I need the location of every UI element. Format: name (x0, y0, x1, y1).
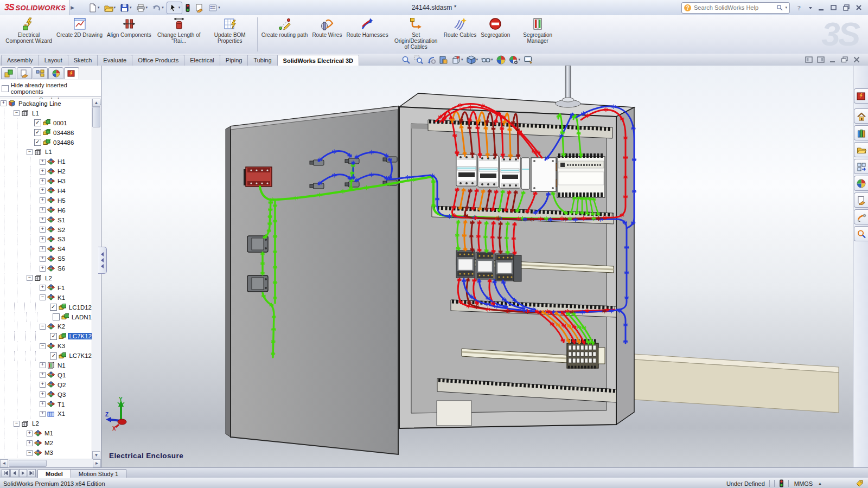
expand-icon[interactable]: + (40, 188, 46, 194)
split-right-icon[interactable] (817, 56, 825, 63)
collapse-icon[interactable]: − (27, 275, 33, 281)
collapse-icon[interactable]: − (14, 421, 20, 427)
tree-item-q2[interactable]: +Q2 (0, 380, 93, 390)
tree-item-h2[interactable]: +H2 (0, 166, 93, 176)
expand-icon[interactable]: + (40, 411, 46, 417)
tab-sketch[interactable]: Sketch (68, 55, 98, 66)
select-icon[interactable]: ▾ (167, 2, 183, 14)
hide-inserted-components-row[interactable]: Hide already inserted components (0, 80, 101, 96)
visibility-checkbox[interactable]: ✓ (34, 129, 41, 136)
3d-scene[interactable] (101, 66, 853, 467)
tree-item-k2[interactable]: −K2 (0, 322, 93, 331)
next-tab-icon[interactable] (19, 469, 27, 477)
tree-item-lc7k12[interactable]: ✓LC7K12 (0, 331, 93, 341)
expand-icon[interactable]: + (27, 440, 33, 446)
tree-horizontal-scrollbar[interactable]: ◄ ► (0, 459, 101, 467)
tree-item-x1[interactable]: +X1 (0, 409, 93, 419)
dropdown-arrow-icon[interactable]: ▾ (476, 57, 478, 62)
edit-appearance-icon[interactable] (524, 55, 533, 65)
tab-solidworks-electrical-3d[interactable]: SolidWorks Electrical 3D (277, 55, 359, 66)
expand-icon[interactable]: + (40, 401, 46, 407)
electrical-manager-tab-icon[interactable] (64, 67, 79, 79)
restore-app-icon[interactable] (830, 4, 838, 11)
tab-tubing[interactable]: Tubing (247, 55, 277, 66)
file-properties-icon[interactable] (193, 2, 206, 14)
align-components-button[interactable]: Align Components (105, 15, 154, 54)
help-icon[interactable]: ? (796, 4, 803, 12)
visibility-checkbox[interactable]: ✓ (50, 352, 57, 359)
view-settings-icon[interactable]: ▾ (509, 55, 521, 65)
options-icon[interactable]: ▾ (207, 2, 222, 14)
route-wires-button[interactable]: Route Wires (310, 15, 344, 54)
create-routing-path-button[interactable]: Create routing path (259, 15, 310, 54)
tree-item-ladn1[interactable]: LADN1 (0, 312, 93, 322)
tree-item-s6[interactable]: +S6 (0, 264, 93, 273)
set-origin-destination-button[interactable]: Set Origin/Destination of Cables (391, 15, 442, 54)
units-dropdown-icon[interactable]: ▲ (818, 481, 822, 485)
dropdown-arrow-icon[interactable]: ▾ (491, 57, 493, 62)
electrical-manager-icon[interactable] (854, 88, 868, 104)
dropdown-arrow-icon[interactable]: ▾ (162, 5, 164, 10)
expand-icon[interactable]: + (40, 362, 46, 368)
expand-icon[interactable]: + (40, 256, 46, 262)
tree-item-k1[interactable]: −K1 (0, 293, 93, 303)
visibility-checkbox[interactable]: ✓ (50, 304, 57, 311)
door-red-terminal[interactable] (244, 167, 272, 187)
expand-icon[interactable]: + (40, 197, 46, 203)
tree-item-h4[interactable]: +H4 (0, 186, 93, 196)
file-explorer-icon[interactable] (854, 142, 868, 157)
create-2d-drawing-button[interactable]: Create 2D Drawing (54, 15, 105, 54)
tree-item-s1[interactable]: +S1 (0, 215, 93, 225)
segregation-manager-button[interactable]: Segregation Manager (512, 15, 563, 54)
units-selector[interactable]: MMGS (793, 480, 814, 487)
update-bom-button[interactable]: Update BOM Properties (205, 15, 256, 54)
tree-item-0001[interactable]: ✓0001 (0, 118, 93, 128)
configuration-manager-tab-icon[interactable] (33, 67, 48, 79)
scroll-right-icon[interactable]: ► (93, 459, 101, 467)
tree-item-q1[interactable]: +Q1 (0, 370, 93, 380)
change-length-button[interactable]: Change Length of "Rai... (154, 15, 205, 54)
previous-view-icon[interactable] (426, 55, 436, 65)
collapse-icon[interactable]: − (14, 110, 20, 116)
tree-item-034486[interactable]: ✓034486 (0, 128, 93, 138)
custom-properties-icon[interactable] (854, 192, 868, 208)
tab-model[interactable]: Model (37, 469, 71, 478)
collapse-icon[interactable]: − (40, 343, 46, 349)
open-icon[interactable]: ▾ (103, 2, 118, 14)
tag-icon[interactable] (856, 479, 864, 487)
first-tab-icon[interactable] (2, 469, 10, 477)
expand-icon[interactable]: + (40, 159, 46, 165)
close-doc-icon[interactable] (853, 56, 860, 63)
last-tab-icon[interactable] (28, 469, 36, 477)
tree-item-h6[interactable]: +H6 (0, 206, 93, 215)
minimize-app-icon[interactable] (818, 4, 825, 11)
collapse-icon[interactable]: − (40, 324, 46, 330)
tree-item-s5[interactable]: +S5 (0, 254, 93, 264)
contactors[interactable] (456, 251, 521, 281)
dropdown-arrow-icon[interactable]: ▾ (519, 57, 521, 62)
tree-item-034486[interactable]: ✓034486 (0, 138, 93, 147)
appearances-tab-icon[interactable] (48, 67, 63, 79)
tree-vertical-scrollbar[interactable]: ▲ ▼ (92, 99, 100, 459)
tree-item-m2[interactable]: +M2 (0, 438, 93, 448)
maximize-app-icon[interactable] (843, 4, 850, 11)
hide-inserted-checkbox[interactable] (2, 85, 9, 92)
tree-item-s3[interactable]: +S3 (0, 234, 93, 244)
tree-item-h1[interactable]: +H1 (0, 157, 93, 166)
component-wizard-button[interactable]: Electrical Component Wizard (3, 15, 54, 54)
tree-item-t1[interactable]: +T1 (0, 400, 93, 409)
dropdown-arrow-icon[interactable]: ▾ (98, 5, 100, 10)
tree-item-q3[interactable]: +Q3 (0, 390, 93, 400)
tree-item-s2[interactable]: +S2 (0, 225, 93, 235)
appearances-icon[interactable] (854, 176, 868, 191)
tree-item-l1[interactable]: −L1 (0, 147, 93, 157)
tree-item-l1[interactable]: −L1 (0, 108, 93, 118)
restore-doc-icon[interactable] (841, 56, 848, 63)
scroll-down-icon[interactable]: ▼ (92, 451, 100, 459)
search-results-icon[interactable] (854, 226, 868, 241)
panel-collapse-handle[interactable] (98, 247, 107, 274)
tab-assembly[interactable]: Assembly (1, 55, 39, 66)
scroll-thumb[interactable] (92, 107, 100, 127)
expand-icon[interactable]: + (40, 382, 46, 388)
hide-show-items-icon[interactable]: ▾ (481, 55, 493, 65)
